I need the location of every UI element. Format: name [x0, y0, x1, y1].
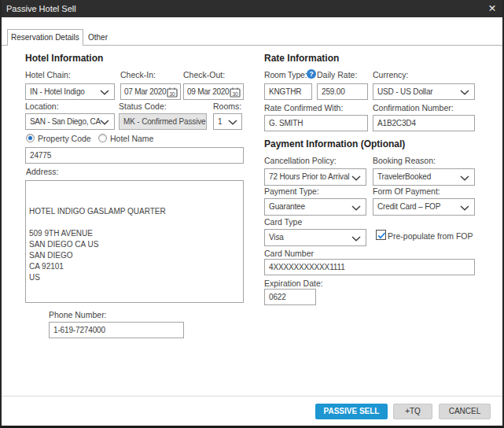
room-type-label: Room Type: [264, 71, 307, 79]
card-number-value: 4XXXXXXXXXXX1111 [269, 263, 345, 271]
hotel-name-radio-label[interactable]: Hotel Name [110, 135, 153, 143]
daily-rate-value: 259.00 [322, 87, 345, 96]
currency-value: USD - US Dollar [377, 87, 433, 96]
check-in-value: 07 Mar 2020 [124, 87, 166, 96]
chevron-down-icon [100, 90, 109, 95]
currency-label: Currency: [373, 71, 409, 79]
chevron-down-icon [460, 90, 469, 95]
payment-type-select[interactable]: Guarantee [264, 198, 366, 216]
status-code-label: Status Code: [119, 102, 167, 111]
title-bar: Passive Hotel Sell ✕ [0, 0, 504, 17]
card-type-label: Card Type [264, 218, 302, 227]
phone-number-value: 1-619-7274000 [53, 326, 105, 334]
hotel-chain-select[interactable]: IN - Hotel Indigo [25, 83, 115, 100]
hotel-information-heading: Hotel Information [25, 53, 103, 64]
rooms-select[interactable]: 1 [213, 113, 242, 130]
check-out-value: 09 Mar 2020 [187, 87, 229, 96]
chevron-down-icon [460, 175, 469, 181]
cancellation-policy-select[interactable]: 72 Hours Prior to Arrival [264, 168, 366, 186]
booking-reason-select[interactable]: TravelerBooked [373, 168, 475, 186]
cancel-button[interactable]: CANCEL [439, 404, 491, 419]
rate-information-heading: Rate Information [264, 53, 339, 64]
room-type-value: KNGTHR [269, 87, 301, 96]
location-value: SAN - San Diego, CA [30, 114, 111, 129]
check-in-input[interactable]: 07 Mar 2020 30 [120, 83, 181, 100]
form-of-payment-label: Form Of Payment: [373, 187, 440, 196]
hotel-chain-label: Hotel Chain: [25, 71, 71, 79]
calendar-icon[interactable]: 30 [167, 87, 178, 98]
location-select[interactable]: SAN - San Diego, CA [25, 113, 115, 130]
confirmation-number-label: Confirmation Number: [373, 104, 454, 113]
location-label: Location: [25, 102, 59, 111]
cancellation-policy-label: Cancellation Policy: [264, 157, 337, 165]
property-code-value: 24775 [30, 151, 51, 160]
check-out-label: Check-Out: [183, 71, 225, 79]
rate-confirmed-with-label: Rate Confirmed With: [264, 104, 343, 113]
info-icon[interactable]: ? [307, 69, 316, 79]
svg-text:30: 30 [170, 91, 175, 97]
card-type-select[interactable]: Visa [264, 229, 366, 246]
hotel-chain-value: IN - Hotel Indigo [30, 87, 85, 96]
status-code-value: MK - Confirmed Passive [123, 117, 206, 126]
rate-confirmed-with-input[interactable]: G. SMITH [264, 115, 368, 131]
room-type-input[interactable]: KNGTHR [264, 83, 312, 100]
tab-reservation-details[interactable]: Reservation Details [7, 29, 83, 46]
dialog-title: Passive Hotel Sell [6, 3, 76, 14]
check-in-label: Check-In: [120, 71, 156, 79]
daily-rate-label: Daily Rate: [317, 71, 357, 79]
form-of-payment-select[interactable]: Credit Card – FOP [373, 198, 475, 216]
address-textarea[interactable]: HOTEL INDIGO GASLAMP QUARTER 509 9TH AVE… [25, 180, 244, 303]
daily-rate-input[interactable]: 259.00 [317, 83, 368, 100]
card-type-value: Visa [269, 233, 284, 242]
svg-text:30: 30 [233, 91, 238, 97]
expiration-date-input[interactable]: 0622 [264, 289, 316, 305]
cancellation-policy-value: 72 Hours Prior to Arrival [269, 169, 362, 185]
phone-number-input[interactable]: 1-619-7274000 [49, 322, 184, 338]
confirmation-number-input[interactable]: A1B2C3D4 [373, 115, 475, 131]
tab-other[interactable]: Other [85, 30, 111, 45]
card-number-label: Card Number [264, 249, 314, 258]
expiration-date-value: 0622 [269, 293, 286, 301]
close-icon[interactable]: ✕ [486, 2, 498, 15]
passive-hotel-sell-dialog: Passive Hotel Sell ✕ Reservation Details… [0, 0, 504, 428]
footer-separator [2, 396, 502, 397]
booking-reason-value: TravelerBooked [377, 172, 431, 181]
expiration-date-label: Expiration Date: [264, 279, 323, 288]
currency-select[interactable]: USD - US Dollar [373, 83, 475, 100]
chevron-down-icon [460, 205, 469, 211]
phone-number-label: Phone Number: [49, 311, 107, 319]
payment-type-value: Guarantee [269, 202, 305, 211]
rooms-label: Rooms: [213, 102, 241, 111]
rate-confirmed-with-value: G. SMITH [269, 119, 303, 127]
chevron-down-icon [351, 205, 361, 211]
tq-button[interactable]: +TQ [393, 404, 432, 419]
prepopulate-checkbox-label[interactable]: Pre-populate from FOP [388, 232, 473, 241]
chevron-down-icon [100, 120, 109, 125]
booking-reason-label: Booking Reason: [373, 157, 436, 165]
status-code-input: MK - Confirmed Passive [119, 113, 207, 130]
property-code-input[interactable]: 24775 [25, 147, 244, 164]
payment-information-heading: Payment Information (Optional) [264, 138, 405, 149]
card-number-input[interactable]: 4XXXXXXXXXXX1111 [264, 259, 475, 275]
prepopulate-checkbox[interactable] [376, 230, 386, 240]
check-out-input[interactable]: 09 Mar 2020 30 [183, 83, 244, 100]
checkmark-icon [377, 231, 387, 241]
address-label: Address: [26, 168, 58, 176]
form-of-payment-value: Credit Card – FOP [377, 202, 440, 211]
calendar-icon[interactable]: 30 [230, 87, 241, 98]
property-code-radio[interactable] [26, 134, 35, 142]
confirmation-number-value: A1B2C3D4 [377, 119, 416, 127]
chevron-down-icon [228, 120, 237, 125]
chevron-down-icon [351, 175, 361, 181]
passive-sell-button[interactable]: PASSIVE SELL [315, 404, 388, 419]
rooms-value: 1 [218, 117, 222, 126]
hotel-name-radio[interactable] [98, 134, 107, 142]
payment-type-label: Payment Type: [264, 187, 319, 196]
chevron-down-icon [351, 236, 361, 242]
property-code-radio-label[interactable]: Property Code [38, 135, 91, 143]
